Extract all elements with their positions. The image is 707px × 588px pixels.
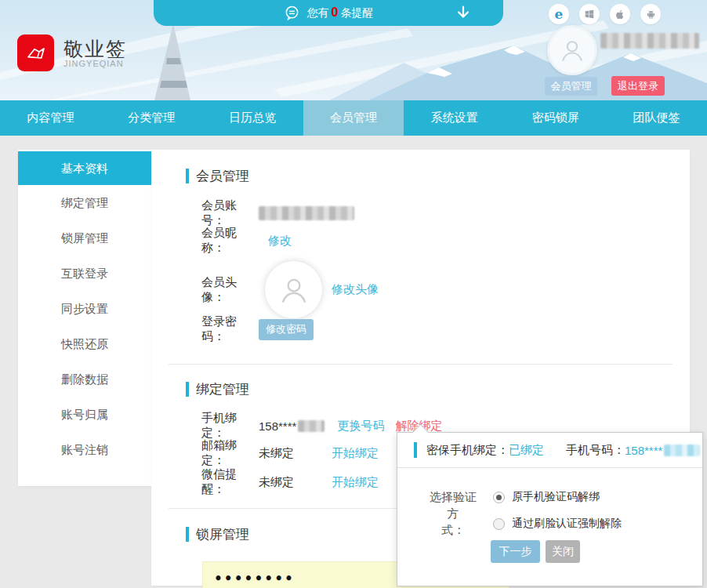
option-face-unbind[interactable]: 通过刷脸认证强制解除 bbox=[493, 517, 622, 531]
page: 您有0条提醒 敬业签 JINGYEQIAN e bbox=[0, 0, 707, 588]
nickname-label: 会员昵称： bbox=[201, 226, 259, 256]
password-row: 登录密码： 修改密码 bbox=[201, 318, 690, 340]
phone-binding-label: 手机绑定： bbox=[201, 411, 259, 441]
sidebar-item-account-ownership[interactable]: 账号归属 bbox=[18, 397, 151, 432]
unbind-phone-popup: 密保手机绑定： 已绑定 手机号码： 158**** 选择验证方 式： 原手机验证… bbox=[397, 432, 703, 586]
sidebar-item-basic-info[interactable]: 基本资料 bbox=[18, 151, 151, 185]
logo-title: 敬业签 bbox=[63, 38, 127, 59]
sidebar-item-sync-settings[interactable]: 同步设置 bbox=[18, 291, 151, 326]
title-accent-bar bbox=[186, 527, 189, 542]
account-row: 会员账号： bbox=[201, 205, 690, 221]
edge-icon[interactable]: e bbox=[549, 4, 569, 24]
avatar-edit-link[interactable]: 修改头像 bbox=[332, 282, 379, 297]
popup-phone-label: 手机号码： bbox=[566, 443, 625, 458]
android-icon[interactable] bbox=[640, 4, 661, 24]
radio-selected-icon[interactable] bbox=[493, 492, 505, 503]
notification-count: 0 bbox=[329, 5, 341, 19]
download-arrow-icon[interactable] bbox=[455, 4, 472, 24]
password-dots: •••••••• bbox=[214, 571, 295, 586]
notification-bar[interactable]: 您有0条提醒 bbox=[154, 0, 503, 26]
member-manage-button[interactable]: 会员管理 bbox=[545, 77, 597, 96]
sidebar: 基本资料 绑定管理 锁屏管理 互联登录 同步设置 快照还原 删除数据 账号归属 … bbox=[18, 150, 151, 486]
nav-item-system-settings[interactable]: 系统设置 bbox=[404, 100, 505, 136]
wechat-binding-status: 未绑定 bbox=[259, 475, 294, 490]
wechat-binding-label: 微信提醒： bbox=[201, 467, 259, 497]
phone-redacted bbox=[298, 420, 324, 432]
radio-unselected-icon[interactable] bbox=[493, 518, 505, 530]
header: 您有0条提醒 敬业签 JINGYEQIAN e bbox=[0, 0, 707, 100]
account-label: 会员账号： bbox=[201, 198, 259, 228]
user-avatar[interactable] bbox=[547, 25, 597, 75]
username-redacted bbox=[600, 33, 699, 49]
account-redacted bbox=[259, 206, 354, 220]
option-sms-unbind[interactable]: 原手机验证码解绑 bbox=[493, 490, 600, 504]
sidebar-item-binding-manage[interactable]: 绑定管理 bbox=[18, 185, 151, 220]
bind-wechat-link[interactable]: 开始绑定 bbox=[332, 475, 379, 490]
email-binding-status: 未绑定 bbox=[259, 446, 294, 461]
secure-phone-status: 已绑定 bbox=[509, 443, 544, 458]
password-label: 登录密码： bbox=[201, 314, 259, 344]
close-button[interactable]: 关闭 bbox=[546, 540, 580, 563]
member-avatar[interactable] bbox=[264, 260, 323, 319]
member-section-title: 会员管理 bbox=[186, 167, 690, 185]
nav-item-member-manage[interactable]: 会员管理 bbox=[303, 100, 404, 136]
secure-phone-label: 密保手机绑定： bbox=[426, 443, 509, 458]
sidebar-item-linked-login[interactable]: 互联登录 bbox=[18, 256, 151, 291]
logo-icon bbox=[17, 34, 54, 71]
sidebar-item-lockscreen-manage[interactable]: 锁屏管理 bbox=[18, 220, 151, 256]
avatar-label: 会员头像： bbox=[201, 275, 259, 305]
popup-phone-redacted bbox=[664, 445, 700, 456]
avatar-row: 会员头像： 修改头像 bbox=[201, 261, 690, 318]
message-bubble-icon bbox=[284, 5, 300, 22]
nav-item-content-manage[interactable]: 内容管理 bbox=[0, 100, 101, 136]
binding-section-title: 绑定管理 bbox=[186, 380, 690, 398]
title-accent-bar bbox=[186, 382, 189, 397]
sidebar-item-account-cancel[interactable]: 账号注销 bbox=[18, 432, 151, 467]
windows-icon[interactable] bbox=[579, 4, 600, 24]
title-accent-bar bbox=[186, 169, 189, 183]
section-divider bbox=[169, 364, 673, 365]
platform-icons: e bbox=[549, 4, 661, 24]
nav-item-calendar-overview[interactable]: 日历总览 bbox=[202, 100, 303, 136]
apple-icon[interactable] bbox=[610, 4, 630, 24]
notification-text: 您有0条提醒 bbox=[307, 5, 374, 20]
nickname-row: 会员昵称： 修改 bbox=[201, 233, 690, 249]
logo[interactable]: 敬业签 JINGYEQIAN bbox=[17, 34, 127, 71]
nav-item-password-lock[interactable]: 密码锁屏 bbox=[505, 100, 606, 136]
phone-number-value: 158**** bbox=[259, 419, 296, 433]
main-nav: 内容管理 分类管理 日历总览 会员管理 系统设置 密码锁屏 团队便签 bbox=[0, 100, 707, 136]
nav-item-category-manage[interactable]: 分类管理 bbox=[101, 100, 202, 136]
bind-email-link[interactable]: 开始绑定 bbox=[332, 446, 379, 461]
logo-subtitle: JINGYEQIAN bbox=[63, 59, 127, 68]
nickname-edit-link[interactable]: 修改 bbox=[268, 234, 292, 249]
popup-header: 密保手机绑定： 已绑定 手机号码： 158**** bbox=[397, 433, 702, 468]
email-binding-label: 邮箱绑定： bbox=[201, 438, 259, 468]
next-step-button[interactable]: 下一步 bbox=[491, 540, 540, 563]
change-password-button[interactable]: 修改密码 bbox=[259, 319, 314, 340]
title-accent-bar bbox=[414, 442, 417, 458]
popup-phone-value: 158**** bbox=[625, 444, 662, 457]
verify-method-label: 选择验证方 式： bbox=[425, 488, 481, 538]
logout-button[interactable]: 退出登录 bbox=[611, 76, 665, 96]
nav-item-team-notes[interactable]: 团队便签 bbox=[606, 100, 707, 136]
change-phone-link[interactable]: 更换号码 bbox=[337, 419, 384, 434]
sidebar-item-snapshot-restore[interactable]: 快照还原 bbox=[18, 326, 151, 361]
logo-text: 敬业签 JINGYEQIAN bbox=[63, 38, 127, 68]
sidebar-item-delete-data[interactable]: 删除数据 bbox=[18, 361, 151, 397]
